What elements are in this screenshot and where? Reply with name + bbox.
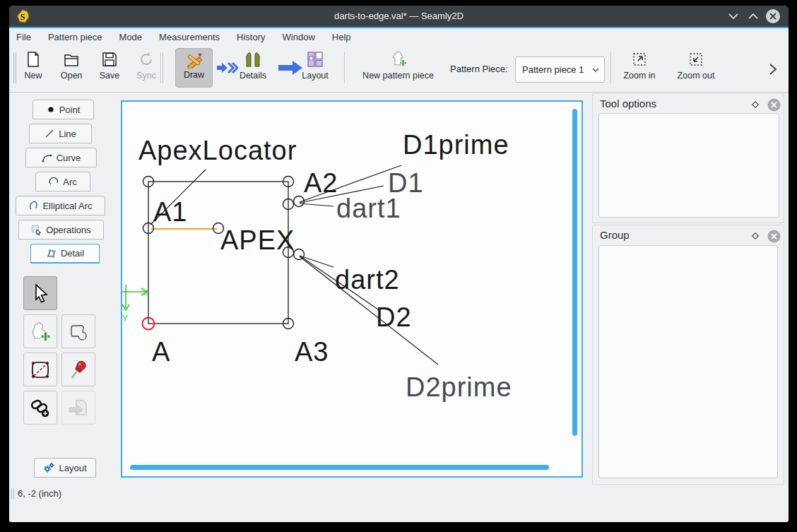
chevron-down-icon [591,67,600,73]
minimize-icon[interactable] [728,13,739,20]
titlebar[interactable]: S darts-to-edge.val* — Seamly2D [9,6,789,27]
group-close-button[interactable] [767,229,781,243]
layout-grid-icon [307,51,324,68]
save-button[interactable]: Save [90,51,129,81]
close-icon [767,230,781,243]
draw-button[interactable]: Draw [175,48,213,88]
tab-curve[interactable]: Curve [25,148,97,167]
arc-icon [49,177,59,187]
maximize-icon[interactable] [748,13,759,20]
tab-elliptical-arc[interactable]: Elliptical Arc [16,196,105,215]
label-dart1[interactable]: dart1 [336,194,401,223]
point-d2prime[interactable] [294,249,305,260]
tab-layout-label: Layout [59,463,86,473]
internal-path-tool-button[interactable] [23,353,57,386]
save-label: Save [90,71,129,81]
label-apexlocator[interactable]: ApexLocator [138,136,297,165]
tab-line-label: Line [59,129,76,139]
menubar: File Pattern piece Mode Measurements His… [9,28,789,45]
application-window: S darts-to-edge.val* — Seamly2D File Pat… [0,0,797,532]
horizontal-scrollbar[interactable] [130,465,549,470]
details-button[interactable]: Details [233,51,273,81]
pattern-piece-label: Pattern Piece: [450,64,508,74]
label-d2[interactable]: D2 [376,302,412,332]
tool-options-close-button[interactable] [767,97,781,112]
float-diamond-icon [751,100,760,109]
tab-point[interactable]: Point [33,100,94,119]
toolbar-separator [610,52,611,83]
menu-measurements[interactable]: Measurements [159,32,220,42]
pattern-piece-dropdown[interactable]: Pattern piece 1 [515,57,605,83]
zoom-in-button[interactable]: Zoom in [620,51,659,81]
new-pattern-piece-button[interactable]: New pattern piece [353,51,444,81]
tab-arc[interactable]: Arc [35,172,90,191]
menu-file[interactable]: File [16,32,31,42]
label-a1[interactable]: A1 [153,197,187,227]
new-label: New [13,71,53,81]
label-a2[interactable]: A2 [304,168,338,198]
tool-options-dock: Tool options [592,93,784,223]
zoom-out-button[interactable]: Zoom out [676,51,716,81]
label-d1prime[interactable]: D1prime [403,130,509,160]
vertical-scrollbar[interactable] [572,109,577,436]
line-icon [45,129,54,138]
menu-mode[interactable]: Mode [119,32,143,42]
new-document-icon [25,51,42,68]
add-pattern-piece-icon [30,321,51,342]
pin-tool-button[interactable] [61,353,95,386]
group-float-button[interactable] [748,229,762,243]
drawing-canvas[interactable]: X Y ApexLocator D1prime A2 D1 dart1 A1 A… [121,100,583,478]
label-a[interactable]: A [152,337,170,367]
float-diamond-icon [751,232,760,240]
tab-layout[interactable]: Layout [34,458,96,478]
label-a3[interactable]: A3 [295,337,329,367]
pushpin-icon [68,359,89,380]
tool-options-title: Tool options [600,97,656,110]
save-floppy-icon [101,51,118,68]
label-dart2[interactable]: dart2 [335,265,400,295]
new-workpiece-tool-button[interactable] [23,314,57,348]
insert-node-icon [68,397,89,418]
toolbar-overflow-chevron-icon[interactable] [767,62,779,76]
zoom-out-label: Zoom out [676,71,716,81]
tab-operations-label: Operations [46,225,91,235]
group-panel [598,245,778,478]
tab-line[interactable]: Line [29,124,92,143]
close-icon[interactable] [765,8,781,24]
zoom-in-icon [631,51,648,68]
open-button[interactable]: Open [52,51,91,81]
menu-window[interactable]: Window [283,32,315,42]
workpiece-shape-tool-button[interactable] [61,314,95,348]
internal-path-icon [30,359,51,380]
curve-icon [42,153,52,162]
menu-history[interactable]: History [237,32,265,42]
group-title: Group [600,229,630,241]
new-pattern-piece-icon [390,51,407,68]
toolbar-separator [344,52,345,83]
cursor-coordinates: 6, -2 (inch) [18,488,61,499]
tab-curve-label: Curve [57,153,81,163]
tab-elliptical-arc-label: Elliptical Arc [42,201,92,211]
tab-arc-label: Arc [63,177,77,187]
label-apex[interactable]: APEX [220,225,295,255]
axis-x-label: X [143,289,148,297]
tab-detail-label: Detail [61,248,84,259]
tab-operations[interactable]: Operations [18,220,104,240]
tool-options-panel [598,113,779,218]
workpiece-shape-icon [68,321,89,342]
toolbar-separator [160,52,161,83]
pattern-drawing: X Y ApexLocator D1prime A2 D1 dart1 A1 A… [122,102,581,476]
tool-options-float-button[interactable] [748,97,762,112]
draw-pencil-icon [186,52,203,69]
label-d2prime[interactable]: D2prime [406,372,512,402]
menu-pattern-piece[interactable]: Pattern piece [48,32,102,42]
tab-detail[interactable]: Detail [30,244,100,264]
menu-help[interactable]: Help [332,32,351,42]
statusbar-grip [11,488,12,500]
toolbar: New Open Save Sync [9,45,789,93]
union-tool-button[interactable] [23,391,57,425]
cursor-arrow-icon [30,283,51,304]
layout-button[interactable]: Layout [295,51,335,81]
new-button[interactable]: New [13,51,53,81]
select-tool-button[interactable] [23,276,57,310]
